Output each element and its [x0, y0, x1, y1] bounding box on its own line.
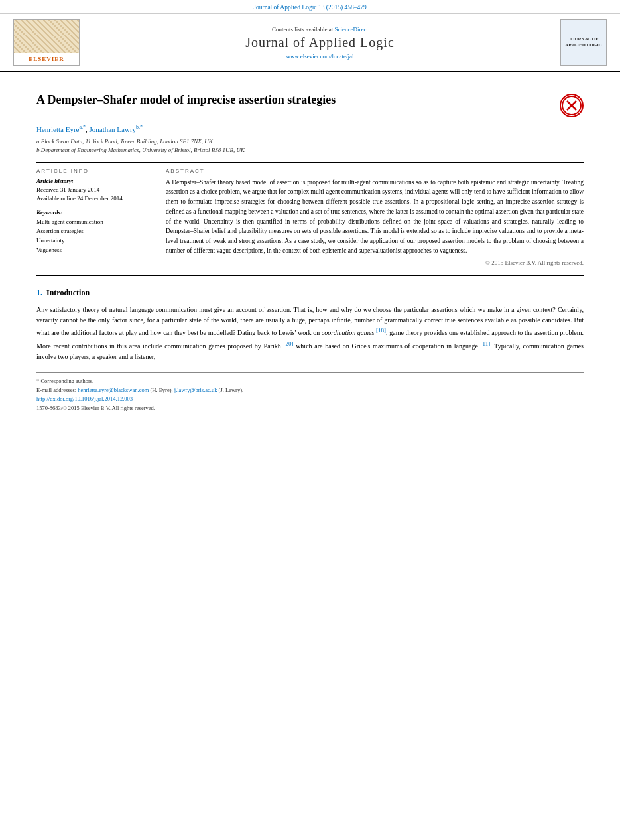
abstract-col: ABSTRACT A Dempster–Shafer theory based …: [166, 168, 584, 267]
doi-link[interactable]: http://dx.doi.org/10.1016/j.jal.2014.12.…: [36, 395, 133, 402]
journal-header: ELSEVIER Contents lists available at Sci…: [0, 14, 620, 72]
info-abstract-section: ARTICLE INFO Article history: Received 3…: [36, 168, 584, 267]
ref-20[interactable]: [20]: [283, 340, 293, 347]
footer-section: * Corresponding authors. E-mail addresse…: [36, 377, 584, 413]
copyright-line: © 2015 Elsevier B.V. All rights reserved…: [166, 259, 584, 266]
affiliation-b: b Department of Engineering Mathematics,…: [36, 146, 584, 155]
keyword-3: Uncertainty: [36, 236, 153, 245]
affiliation-a: a Black Swan Data, 11 York Road, Tower B…: [36, 137, 584, 147]
abstract-label: ABSTRACT: [166, 168, 584, 174]
journal-citation-bar: Journal of Applied Logic 13 (2015) 458–4…: [0, 0, 620, 14]
corresponding-note: * Corresponding authors.: [36, 377, 584, 386]
thumb-label: JOURNAL OF APPLIED LOGIC: [565, 36, 602, 48]
author2-link[interactable]: Jonathan Lawryb,*: [90, 125, 143, 133]
introduction-heading: 1. Introduction: [36, 288, 584, 298]
email1-link[interactable]: henrietta.eyre@blackswan.com: [78, 387, 149, 393]
keywords-content: Multi-agent communication Assertion stra…: [36, 217, 153, 255]
crossmark-badge[interactable]: [560, 94, 584, 117]
available-date: Available online 24 December 2014: [36, 194, 153, 204]
journal-url[interactable]: www.elsevier.com/locate/jal: [93, 53, 547, 60]
abstract-divider: [36, 275, 584, 276]
journal-thumbnail: JOURNAL OF APPLIED LOGIC: [560, 19, 607, 66]
keyword-2: Assertion strategies: [36, 226, 153, 236]
footer-divider: [36, 372, 584, 373]
section-number: 1.: [36, 288, 42, 297]
email2-person: (J. Lawry).: [219, 387, 244, 393]
email-line: E-mail addresses: henrietta.eyre@blacksw…: [36, 386, 584, 395]
section-title-text: Introduction: [46, 288, 90, 297]
email2-link[interactable]: j.lawry@bris.ac.uk: [174, 387, 217, 393]
keyword-1: Multi-agent communication: [36, 217, 153, 226]
doi-line: http://dx.doi.org/10.1016/j.jal.2014.12.…: [36, 395, 584, 404]
email1-person: (H. Eyre),: [150, 387, 172, 393]
intro-paragraph-1: Any satisfactory theory of natural langu…: [36, 305, 584, 362]
journal-header-center: Contents lists available at ScienceDirec…: [93, 26, 547, 60]
main-content: A Dempster–Shafer model of imprecise ass…: [0, 72, 620, 426]
author1-name: Henrietta Eyre: [36, 125, 79, 133]
keyword-4: Vagueness: [36, 245, 153, 255]
abstract-text: A Dempster–Shafer theory based model of …: [166, 178, 584, 256]
ref-18[interactable]: [18]: [376, 327, 386, 334]
paper-title: A Dempster–Shafer model of imprecise ass…: [36, 92, 550, 107]
author2-name: Jonathan Lawry: [90, 125, 137, 133]
author1-link[interactable]: Henrietta Eyrea,*: [36, 125, 86, 133]
journal-name: Journal of Applied Logic: [93, 35, 547, 50]
issn-line: 1570-8683/© 2015 Elsevier B.V. All right…: [36, 404, 584, 413]
received-date: Received 31 January 2014: [36, 186, 153, 195]
coordination-games-italic: coordination games: [322, 330, 375, 337]
author1-star: ,*: [82, 124, 86, 130]
elsevier-wordmark: ELSEVIER: [29, 56, 64, 62]
sciencedirect-link[interactable]: ScienceDirect: [335, 26, 368, 33]
ref-11[interactable]: [11]: [481, 340, 491, 347]
elsevier-logo: ELSEVIER: [13, 19, 80, 66]
header-divider: [36, 162, 584, 163]
contents-text: Contents lists available at: [272, 26, 333, 33]
citation-text: Journal of Applied Logic 13 (2015) 458–4…: [253, 4, 366, 11]
paper-title-row: A Dempster–Shafer model of imprecise ass…: [36, 92, 584, 117]
crossmark-icon: [560, 94, 584, 117]
article-info-col: ARTICLE INFO Article history: Received 3…: [36, 168, 153, 267]
authors-line: Henrietta Eyrea,*, Jonathan Lawryb,*: [36, 124, 584, 133]
journal-url-link[interactable]: www.elsevier.com/locate/jal: [286, 53, 354, 60]
contents-available-line: Contents lists available at ScienceDirec…: [93, 26, 547, 33]
article-info-label: ARTICLE INFO: [36, 168, 153, 174]
author2-star: ,*: [139, 124, 143, 130]
introduction-body: Any satisfactory theory of natural langu…: [36, 305, 584, 362]
history-label: Article history:: [36, 178, 153, 184]
email-label: E-mail addresses:: [36, 387, 76, 393]
affiliations: a Black Swan Data, 11 York Road, Tower B…: [36, 137, 584, 155]
history-content: Received 31 January 2014 Available onlin…: [36, 186, 153, 204]
keywords-label: Keywords:: [36, 209, 153, 216]
